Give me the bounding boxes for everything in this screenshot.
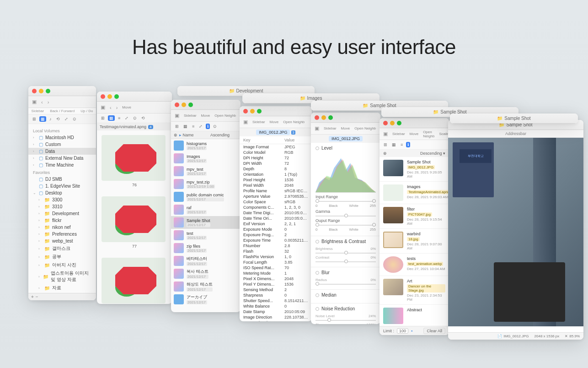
- nav-back-icon[interactable]: ‹: [110, 105, 112, 110]
- file-row[interactable]: test 2021/12/17: [171, 229, 241, 242]
- view-icon[interactable]: ⤢: [198, 124, 204, 129]
- file-row[interactable]: raf 2021/12/17: [171, 203, 241, 216]
- filter-icon[interactable]: ♪: [48, 116, 53, 122]
- file-row[interactable]: 복사 테스트 2021/12/17: [171, 267, 241, 280]
- view-icon[interactable]: ▦: [182, 124, 189, 129]
- slider-gamma[interactable]: [315, 216, 376, 216]
- thumbnail[interactable]: 77: [102, 196, 167, 249]
- result-row[interactable]: Abstract: [380, 305, 449, 327]
- sidebar-item[interactable]: ›📁자료: [28, 284, 96, 292]
- close-button[interactable]: [32, 89, 37, 93]
- sidebar-favorite[interactable]: ⌄▢Desktop: [28, 189, 96, 196]
- view-icon[interactable]: ℹ: [406, 142, 410, 147]
- slider-brightness[interactable]: [315, 253, 376, 254]
- sidebar-item[interactable]: ›📁nikon nef: [28, 224, 96, 231]
- maximize-button[interactable]: [46, 89, 50, 93]
- close-button[interactable]: [315, 115, 319, 120]
- section-toggle[interactable]: [315, 240, 319, 244]
- nav-forward-icon[interactable]: ›: [116, 105, 118, 110]
- minimize-button[interactable]: [39, 89, 43, 93]
- section-toggle[interactable]: [315, 271, 319, 275]
- minimize-button[interactable]: [182, 103, 186, 107]
- add-icon[interactable]: +: [31, 294, 34, 299]
- result-row[interactable]: tests test_animation.webp Dec 27, 2021 1…: [380, 254, 449, 276]
- nav-back-icon[interactable]: ‹: [41, 99, 43, 105]
- file-row[interactable]: 해상도 테스트 2021/12/17: [171, 280, 241, 293]
- sidebar-toggle-icon[interactable]: ▣: [383, 131, 388, 137]
- sidebar-item[interactable]: ›📁flickr: [28, 217, 96, 224]
- close-button[interactable]: [101, 94, 105, 99]
- file-row[interactable]: mpv_test.zip 2021/12/19 1:00: [171, 178, 241, 190]
- minimize-button[interactable]: [250, 109, 255, 114]
- slider-noise[interactable]: [315, 320, 376, 321]
- file-row[interactable]: 베타테스터 2021/12/17: [171, 254, 241, 267]
- view-icon[interactable]: ≡: [117, 115, 122, 121]
- filter-icon[interactable]: ⊙: [71, 116, 78, 122]
- address-bar[interactable]: Addressbar: [448, 130, 583, 138]
- filter-icon[interactable]: ▦: [39, 116, 46, 122]
- sidebar-item[interactable]: ›📁Development: [28, 210, 96, 217]
- filter-icon[interactable]: ⤢: [63, 116, 69, 122]
- sidebar-item[interactable]: ›📁갤마스크: [28, 244, 96, 253]
- sidebar-volume[interactable]: ›▢Data: [28, 148, 96, 155]
- sidebar-item[interactable]: ›📁3310: [28, 203, 96, 210]
- view-icon[interactable]: ℹ: [206, 124, 210, 129]
- sidebar-volume[interactable]: ›▢Macintosh HD: [28, 134, 96, 141]
- result-row[interactable]: filter PICT0047.jpg Dec 28, 2021 9:15:54…: [380, 204, 449, 229]
- section-toggle[interactable]: [315, 146, 319, 150]
- sidebar-item[interactable]: ›📁앱스토어용 이미지 및 영상 자료: [28, 269, 96, 284]
- col-name[interactable]: Name: [183, 133, 194, 137]
- sidebar-toggle-icon[interactable]: ▣: [32, 99, 37, 105]
- file-row[interactable]: public domain comic 2021/12/17: [171, 190, 241, 203]
- thumbnail[interactable]: 76: [102, 135, 167, 187]
- minimize-button[interactable]: [107, 94, 112, 99]
- filter-icon[interactable]: ⟲: [55, 116, 61, 122]
- section-toggle[interactable]: [315, 307, 319, 311]
- sidebar-item[interactable]: ›📁아버지 사진: [28, 261, 96, 269]
- view-icon[interactable]: ≡: [399, 142, 404, 147]
- sidebar-volume[interactable]: ›▢Custom: [28, 141, 96, 148]
- minimize-button[interactable]: [321, 115, 326, 120]
- image-viewport[interactable]: 부천대학교: [448, 138, 583, 326]
- clear-all-button[interactable]: Clear All: [423, 328, 445, 334]
- file-row[interactable]: アーカイブ 2021/12/17: [171, 293, 241, 306]
- close-icon[interactable]: ⊗: [383, 151, 387, 156]
- close-icon[interactable]: ⊗: [174, 133, 177, 137]
- sidebar-item[interactable]: ›📁webp_test: [28, 238, 96, 244]
- section-toggle[interactable]: [315, 293, 319, 297]
- maximize-button[interactable]: [188, 103, 193, 107]
- maximize-button[interactable]: [328, 115, 333, 120]
- view-icon[interactable]: ≡: [191, 124, 196, 129]
- result-row[interactable]: Art Dancer on the Stage.jpg Dec 23, 2021…: [380, 276, 449, 305]
- maximize-button[interactable]: [257, 109, 262, 114]
- sidebar-item[interactable]: ›📁공부: [28, 253, 96, 261]
- limit-input[interactable]: 100: [397, 328, 408, 334]
- col-sort[interactable]: Ascending: [210, 133, 238, 137]
- sidebar-favorite[interactable]: ▢1. EdgeView Site: [28, 183, 96, 189]
- view-icon[interactable]: ▦: [390, 142, 397, 147]
- close-button[interactable]: [383, 121, 388, 125]
- sidebar-favorite[interactable]: ▢DJ SMB: [28, 176, 96, 183]
- view-icon[interactable]: ⤢: [123, 115, 130, 121]
- sidebar-toggle-icon[interactable]: ▣: [243, 119, 248, 125]
- slider-contrast[interactable]: [315, 261, 376, 262]
- sidebar-volume[interactable]: ›▢External New Data: [28, 155, 96, 162]
- remove-icon[interactable]: −: [36, 294, 38, 299]
- file-row[interactable]: mpv_test 2021/12/17: [171, 165, 241, 178]
- sidebar-item[interactable]: ›📁3300: [28, 196, 96, 203]
- filter-icon[interactable]: ▪: [411, 329, 412, 333]
- minimize-button[interactable]: [390, 121, 395, 125]
- maximize-button[interactable]: [114, 94, 119, 99]
- file-row[interactable]: zip files 2021/12/17: [171, 242, 241, 254]
- file-row[interactable]: Sample Shot 2021/12/17: [171, 216, 241, 229]
- filter-icon[interactable]: ⊞: [31, 116, 37, 122]
- thumbnail[interactable]: [102, 258, 167, 303]
- sidebar-toggle-icon[interactable]: ▣: [101, 104, 105, 110]
- view-icon[interactable]: ⊙: [132, 115, 138, 121]
- result-row[interactable]: Images TestImageAnimated.apng Dec 28, 20…: [380, 182, 449, 204]
- result-row[interactable]: warbird 18.jpg Dec 28, 2021 9:07:00 AM: [380, 229, 449, 254]
- file-row[interactable]: Images 2021/12/17: [171, 152, 241, 165]
- sidebar-volume[interactable]: ›▢Time Machine: [28, 162, 96, 168]
- view-icon[interactable]: ⊞: [100, 115, 106, 121]
- slider-radius[interactable]: [315, 284, 376, 285]
